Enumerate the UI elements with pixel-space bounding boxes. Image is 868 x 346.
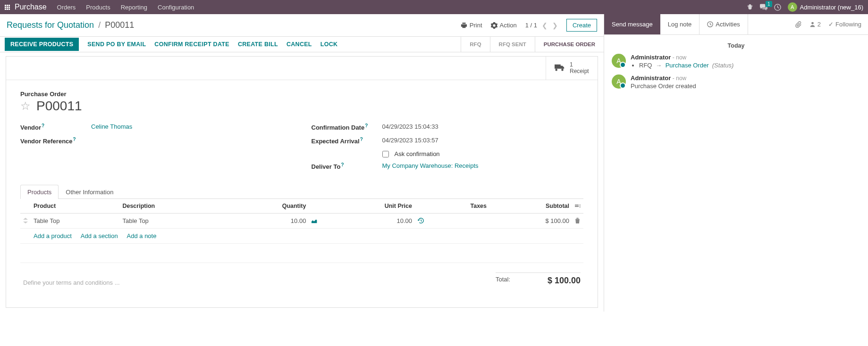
send-message-button[interactable]: Send message — [604, 14, 660, 34]
form-sheet: 1 Receipt Purchase Order ☆ P00011 Vendor… — [6, 56, 598, 308]
th-options-icon[interactable] — [572, 199, 583, 214]
receipt-count: 1 — [570, 61, 589, 68]
user-menu[interactable]: A Administrator (new_16) — [788, 2, 863, 12]
clock-icon — [707, 21, 713, 27]
log-field: RFQ — [639, 62, 652, 69]
following-button[interactable]: Following — [828, 21, 861, 28]
apps-icon[interactable] — [5, 5, 10, 10]
title-section: Purchase Order ☆ P00011 — [20, 91, 583, 114]
th-product: Product — [31, 199, 119, 214]
forecast-icon[interactable] — [309, 213, 322, 228]
log-author[interactable]: Administrator — [631, 54, 671, 61]
followers-count: 2 — [817, 21, 821, 28]
pager-next[interactable]: ❯ — [552, 22, 558, 29]
th-unit-price: Unit Price — [322, 199, 415, 214]
breadcrumb-row: Requests for Quotation / P00011 Print Ac… — [0, 14, 604, 36]
drag-handle-icon[interactable] — [20, 213, 31, 228]
create-button[interactable]: Create — [566, 19, 597, 32]
user-name: Administrator (new_16) — [800, 4, 863, 11]
deliver-to-value[interactable]: My Company Warehouse: Receipts — [382, 162, 479, 169]
confirm-receipt-date-button[interactable]: CONFIRM RECEIPT DATE — [154, 41, 229, 48]
stage-rfq[interactable]: RFQ — [461, 37, 489, 52]
breadcrumb-root[interactable]: Requests for Quotation — [7, 20, 94, 30]
chat-icon[interactable]: 1 — [760, 4, 767, 10]
stage-purchase-order[interactable]: PURCHASE ORDER — [535, 37, 604, 52]
nav-orders[interactable]: Orders — [57, 4, 76, 11]
pager: 1 / 1 ❮ ❯ — [525, 22, 558, 29]
log-item: A Administrator - now Purchase Order cre… — [612, 74, 860, 90]
delete-row-icon[interactable] — [572, 213, 583, 228]
history-icon[interactable] — [415, 213, 428, 228]
favorite-star-icon[interactable]: ☆ — [20, 99, 31, 113]
log-author[interactable]: Administrator — [631, 74, 671, 82]
action-button[interactable]: Action — [491, 22, 517, 29]
tab-other-information[interactable]: Other Information — [59, 185, 120, 199]
nav-products[interactable]: Products — [86, 4, 110, 11]
clock-icon[interactable] — [774, 4, 781, 11]
create-bill-button[interactable]: CREATE BILL — [238, 41, 278, 48]
total-value: $ 100.00 — [548, 276, 581, 286]
button-box: 1 Receipt — [6, 57, 598, 80]
ask-confirmation-checkbox[interactable] — [382, 151, 389, 157]
statusbar: RECEIVE PRODUCTS SEND PO BY EMAIL CONFIR… — [0, 36, 604, 52]
log-item: A Administrator - now RFQ → Purchase Ord… — [612, 54, 860, 69]
doc-title: P00011 — [36, 99, 82, 114]
send-po-button[interactable]: SEND PO BY EMAIL — [87, 41, 146, 48]
nav-configuration[interactable]: Configuration — [158, 4, 194, 11]
expected-arrival-label: Expected Arrival? — [312, 137, 382, 145]
breadcrumb-current: P00011 — [105, 20, 134, 30]
cell-unit-price[interactable]: 10.00 — [322, 213, 415, 228]
activities-button[interactable]: Activities — [699, 14, 748, 34]
user-icon — [809, 21, 816, 27]
add-product-link[interactable]: Add a product — [34, 232, 72, 239]
add-note-link[interactable]: Add a note — [127, 232, 157, 239]
confirmation-date-value: 04/29/2023 15:04:33 — [382, 123, 438, 130]
log-message: Purchase Order created — [631, 82, 860, 90]
log-time: - now — [673, 54, 686, 61]
lock-button[interactable]: LOCK — [320, 41, 338, 48]
receipt-label: Receipt — [570, 68, 589, 74]
th-subtotal: Subtotal — [489, 199, 572, 214]
app-name[interactable]: Purchase — [15, 3, 47, 11]
terms-input[interactable]: Define your terms and conditions ... — [23, 272, 496, 286]
th-description: Description — [119, 199, 226, 214]
log-new-value[interactable]: Purchase Order — [666, 62, 709, 69]
pager-prev[interactable]: ❮ — [542, 22, 548, 29]
expected-arrival-value[interactable]: 04/29/2023 15:03:57 — [382, 137, 438, 144]
svg-point-2 — [811, 22, 814, 25]
add-section-link[interactable]: Add a section — [81, 232, 118, 239]
nav-reporting[interactable]: Reporting — [121, 4, 147, 11]
top-nav: Purchase Orders Products Reporting Confi… — [0, 0, 868, 14]
th-taxes: Taxes — [428, 199, 489, 214]
tab-products[interactable]: Products — [20, 185, 59, 199]
totals: Total: $ 100.00 — [496, 272, 581, 288]
cell-taxes[interactable] — [428, 213, 489, 228]
arrow-icon: → — [656, 62, 662, 69]
log-note-button[interactable]: Log note — [660, 14, 700, 34]
receive-products-button[interactable]: RECEIVE PRODUCTS — [5, 38, 79, 51]
vendor-label: Vendor? — [20, 123, 91, 131]
chat-badge: 1 — [766, 1, 772, 7]
deliver-to-label: Deliver To? — [312, 162, 382, 170]
truck-icon — [555, 64, 565, 72]
log-avatar: A — [612, 74, 626, 89]
cancel-button[interactable]: CANCEL — [287, 41, 312, 48]
print-button[interactable]: Print — [461, 22, 482, 29]
user-avatar: A — [788, 2, 797, 12]
breadcrumb: Requests for Quotation / P00011 — [7, 20, 134, 30]
stage-rfq-sent[interactable]: RFQ SENT — [490, 37, 535, 52]
log-date: Today — [612, 42, 860, 49]
title-label: Purchase Order — [20, 91, 583, 98]
breadcrumb-sep: / — [98, 20, 101, 30]
cell-description[interactable]: Table Top — [119, 213, 226, 228]
receipt-stat-button[interactable]: 1 Receipt — [546, 57, 598, 80]
followers-button[interactable]: 2 — [809, 21, 821, 28]
table-row[interactable]: Table Top Table Top 10.00 10.00 $ 100.00 — [20, 213, 583, 228]
gear-icon — [491, 22, 497, 29]
attachments-icon[interactable] — [795, 21, 802, 28]
log-time: - now — [673, 75, 686, 82]
bug-icon[interactable] — [747, 4, 753, 10]
vendor-value[interactable]: Celine Thomas — [91, 123, 132, 130]
cell-quantity[interactable]: 10.00 — [226, 213, 309, 228]
cell-product[interactable]: Table Top — [31, 213, 119, 228]
